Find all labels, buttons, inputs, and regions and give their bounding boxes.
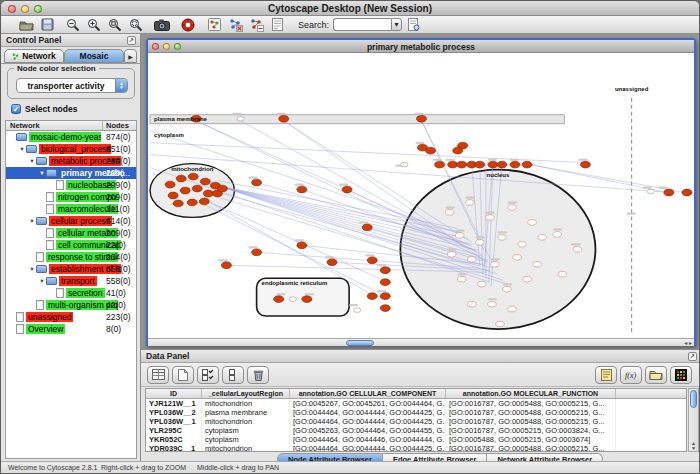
- graph-node[interactable]: [503, 286, 511, 292]
- table-cell[interactable]: [GO:0016787, GO:0005215, GO:0003824, G..…: [446, 426, 616, 435]
- tree-row[interactable]: unassigned223(0): [6, 311, 136, 323]
- table-cell[interactable]: YKR052C: [146, 435, 202, 444]
- table-cell[interactable]: [GO:0016787, GO:0005488, GO:0005215, G..…: [446, 399, 616, 408]
- tree-row[interactable]: mosaic-demo-yeast874(0): [6, 131, 136, 143]
- graph-node[interactable]: [416, 115, 426, 122]
- graph-node[interactable]: [380, 305, 390, 312]
- table-cell[interactable]: [GO:0016787, GO:0005488, GO:0005215, G..…: [446, 417, 616, 426]
- search-dropdown-arrow[interactable]: ▼: [391, 18, 402, 31]
- network-canvas[interactable]: plasma membranecytoplasmmitochondrionnuc…: [148, 53, 694, 338]
- vscroll-arrows-icon[interactable]: ▲▼: [689, 441, 698, 451]
- graph-node[interactable]: [367, 293, 377, 300]
- graph-node[interactable]: [682, 189, 692, 196]
- float-data-panel-icon[interactable]: ↗: [688, 352, 697, 361]
- zoom-out-button[interactable]: [64, 17, 82, 33]
- table-cell[interactable]: [GO:0045267, GO:0045261, GO:0044464, G..…: [290, 399, 446, 408]
- table-row[interactable]: YPL036W__1mitochondrion[GO:0044464, GO:0…: [146, 417, 686, 426]
- hscroll-arrows-icon[interactable]: ◂ ▸: [684, 339, 692, 347]
- table-cell[interactable]: [GO:0045263, GO:0044464, GO:0044455, G..…: [290, 426, 446, 435]
- zoom-fit-button[interactable]: [127, 17, 145, 33]
- tree-row[interactable]: Overview8(0): [6, 323, 136, 335]
- graph-node[interactable]: [192, 185, 202, 192]
- vscroll-thumb[interactable]: [690, 390, 697, 408]
- search-input[interactable]: [333, 18, 391, 31]
- vertical-scrollbar[interactable]: ▲▼: [688, 388, 699, 452]
- expander-icon[interactable]: ▼: [38, 278, 46, 284]
- tree-row[interactable]: nitrogen compo209(0): [6, 191, 136, 203]
- graph-node[interactable]: [573, 247, 581, 253]
- tab-network[interactable]: Network: [4, 49, 64, 63]
- save-session-button[interactable]: [38, 17, 56, 33]
- table-row[interactable]: YJR121W__1mitochondrion[GO:0045267, GO:0…: [146, 399, 686, 408]
- horizontal-scrollbar[interactable]: ◂ ▸: [148, 338, 694, 346]
- table-cell[interactable]: mitochondrion: [202, 444, 290, 452]
- graph-node[interactable]: [200, 178, 210, 185]
- graph-node[interactable]: [274, 296, 284, 303]
- graph-node[interactable]: [533, 261, 541, 267]
- expander-icon[interactable]: ▼: [28, 266, 36, 272]
- table-cell[interactable]: YPL036W__2: [146, 408, 202, 417]
- graph-node[interactable]: [252, 249, 262, 256]
- column-header[interactable]: _cellularLayoutRegion: [202, 389, 290, 398]
- column-header[interactable]: ID: [146, 389, 202, 398]
- tab-mosaic[interactable]: Mosaic: [64, 49, 124, 63]
- graph-node[interactable]: [553, 232, 561, 238]
- unselect-attributes-button[interactable]: [222, 366, 244, 384]
- graph-node[interactable]: [217, 185, 227, 192]
- graph-node[interactable]: [447, 252, 455, 258]
- graph-node[interactable]: [289, 297, 296, 302]
- table-cell[interactable]: [GO:0016787, GO:0005488, GO:0005215, G..…: [446, 408, 616, 417]
- graph-node[interactable]: [468, 256, 476, 262]
- graph-node[interactable]: [510, 161, 520, 168]
- graph-node[interactable]: [176, 175, 186, 182]
- graph-node[interactable]: [297, 186, 307, 193]
- expander-icon[interactable]: ▼: [28, 158, 36, 164]
- graph-node[interactable]: [478, 281, 486, 287]
- graph-node[interactable]: [455, 233, 463, 239]
- graph-node[interactable]: [513, 254, 521, 260]
- graph-edge[interactable]: [284, 121, 472, 243]
- column-header[interactable]: annotation.GO MOLECULAR_FUNCTION: [446, 389, 616, 398]
- table-row[interactable]: YDR039C__1mitochondrion[GO:0044464, GO:0…: [146, 444, 686, 452]
- table-cell[interactable]: mitochondrion: [202, 399, 290, 408]
- tree-col-nodes[interactable]: Nodes: [103, 121, 136, 130]
- graph-node[interactable]: [523, 276, 531, 282]
- graph-node[interactable]: [508, 205, 516, 211]
- graph-node[interactable]: [297, 242, 307, 249]
- table-cell[interactable]: [GO:0044464, GO:0044444, GO:0044425, G..…: [290, 408, 446, 417]
- graph-node[interactable]: [448, 161, 458, 168]
- graph-node[interactable]: [488, 161, 498, 168]
- table-cell[interactable]: cytoplasm: [202, 435, 290, 444]
- graph-node[interactable]: [453, 147, 463, 154]
- more-tabs-button[interactable]: ▶: [124, 49, 137, 63]
- tree-row[interactable]: ▼establishment of lo558(0): [6, 263, 136, 275]
- graph-node[interactable]: [496, 321, 504, 327]
- tree-row[interactable]: ▼transport558(0): [6, 275, 136, 287]
- graph-node[interactable]: [342, 186, 352, 193]
- graph-node[interactable]: [426, 147, 436, 154]
- table-cell[interactable]: YLR295C: [146, 426, 202, 435]
- create-network-button[interactable]: [226, 17, 244, 33]
- graph-node[interactable]: [468, 301, 476, 307]
- graph-node[interactable]: [522, 161, 532, 168]
- annotation-pad-button[interactable]: [595, 366, 617, 384]
- graph-node[interactable]: [354, 308, 361, 313]
- graph-node[interactable]: [367, 257, 377, 264]
- hscroll-thumb[interactable]: [346, 340, 374, 346]
- table-cell[interactable]: [GO:0044464, GO:0044444, GO:0044425, G..…: [290, 444, 446, 452]
- table-row[interactable]: YKR052Ccytoplasm[GO:0044464, GO:0044446,…: [146, 435, 686, 444]
- column-header[interactable]: annotation.GO CELLULAR_COMPONENT: [290, 389, 446, 398]
- tree-col-network[interactable]: Network: [6, 121, 103, 130]
- tree-row[interactable]: cell communicat22(0): [6, 239, 136, 251]
- graph-node[interactable]: [435, 161, 445, 168]
- table-row[interactable]: YPL036W__2plasma membrane[GO:0044464, GO…: [146, 408, 686, 417]
- graph-node[interactable]: [327, 259, 337, 266]
- graph-node[interactable]: [486, 215, 494, 221]
- graph-node[interactable]: [580, 161, 590, 168]
- graph-node[interactable]: [466, 200, 474, 206]
- graph-node[interactable]: [380, 293, 390, 300]
- table-cell[interactable]: [GO:0044464, GO:0044444, GO:0044425, G..…: [290, 417, 446, 426]
- tree-row[interactable]: ▼biological_process651(0): [6, 143, 136, 155]
- graph-node[interactable]: [528, 220, 536, 226]
- open-session-button[interactable]: [17, 17, 35, 33]
